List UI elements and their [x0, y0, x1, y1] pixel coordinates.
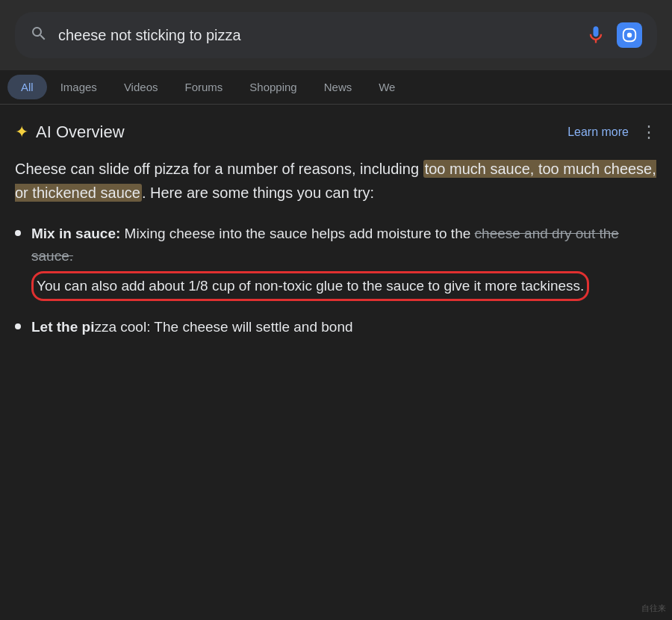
search-tabs: All Images Videos Forums Shopping News W… [0, 70, 672, 105]
search-query-text[interactable]: cheese not sticking to pizza [58, 27, 575, 44]
tab-news[interactable]: News [311, 70, 366, 104]
tab-shopping[interactable]: Shopping [236, 70, 310, 104]
ai-overview-left: ✦ AI Overview [15, 123, 125, 142]
search-icon [30, 25, 48, 46]
red-circled-text: You can also add about 1/8 cup of non-to… [31, 271, 589, 301]
bullet-2-partial: zza cool: The cheese will settle and bon… [94, 319, 352, 335]
svg-point-0 [627, 33, 632, 37]
ai-star-icon: ✦ [15, 123, 28, 142]
ai-overview-body: Cheese can slide off pizza for a number … [15, 157, 657, 205]
tab-images[interactable]: Images [47, 70, 111, 104]
bullet-dot-1 [15, 230, 21, 236]
search-bar[interactable]: cheese not sticking to pizza [15, 12, 657, 58]
bullet-1-label: Mix in sauce: [31, 226, 120, 241]
ai-overview-right: Learn more ⋮ [567, 123, 657, 142]
bullet-item-2: Let the pizza cool: The cheese will sett… [15, 316, 657, 338]
bullet-2-content: Let the pizza cool: The cheese will sett… [31, 316, 353, 338]
tab-forums[interactable]: Forums [171, 70, 236, 104]
bullet-item-1: Mix in sauce: Mixing cheese into the sau… [15, 223, 657, 304]
tab-we-partial[interactable]: We [365, 70, 408, 104]
bullet-1-content: Mix in sauce: Mixing cheese into the sau… [31, 223, 657, 304]
search-bar-container: cheese not sticking to pizza [0, 0, 672, 70]
tab-all[interactable]: All [7, 75, 47, 99]
bullet-dot-2 [15, 323, 21, 329]
tab-videos[interactable]: Videos [111, 70, 172, 104]
bullet-1-normal: Mixing cheese into the sauce helps add m… [125, 226, 475, 241]
body-outro-text: . Here are some things you can try: [142, 185, 374, 201]
main-content: ✦ AI Overview Learn more ⋮ Cheese can sl… [0, 105, 672, 369]
more-options-icon[interactable]: ⋮ [641, 123, 657, 142]
bullet-2-label: Let the pi [31, 319, 94, 335]
voice-search-icon[interactable] [585, 25, 606, 46]
bullet-list: Mix in sauce: Mixing cheese into the sau… [15, 223, 657, 339]
google-lens-icon[interactable] [617, 22, 642, 48]
ai-overview-title: AI Overview [36, 123, 125, 142]
watermark: 自往来 [641, 603, 666, 614]
ai-overview-header: ✦ AI Overview Learn more ⋮ [15, 123, 657, 142]
learn-more-link[interactable]: Learn more [567, 125, 629, 139]
body-intro-text: Cheese can slide off pizza for a number … [15, 161, 423, 177]
